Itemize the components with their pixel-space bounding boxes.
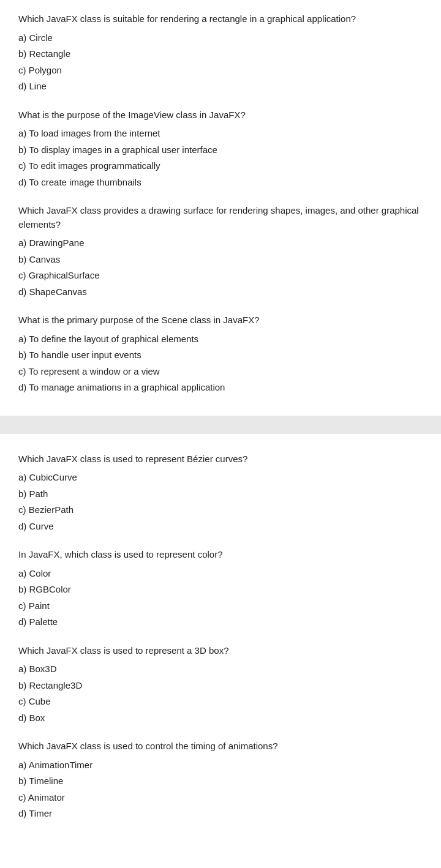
answer-5d: d) Curve [18, 520, 423, 534]
question-text-7: Which JavaFX class is used to represent … [18, 644, 423, 658]
question-text-1: Which JavaFX class is suitable for rende… [18, 12, 423, 26]
answer-2a: a) To load images from the internet [18, 127, 423, 141]
answer-3b: b) Canvas [18, 253, 423, 267]
answer-6d: d) Palette [18, 615, 423, 629]
answer-3c: c) GraphicalSurface [18, 269, 423, 283]
question-block-6: In JavaFX, which class is used to repres… [18, 548, 423, 629]
question-text-4: What is the primary purpose of the Scene… [18, 313, 423, 327]
answer-4a: a) To define the layout of graphical ele… [18, 332, 423, 346]
answer-6a: a) Color [18, 567, 423, 581]
answer-2d: d) To create image thumbnails [18, 176, 423, 190]
page-break [0, 416, 441, 434]
question-block-5: Which JavaFX class is used to represent … [18, 452, 423, 534]
question-text-2: What is the purpose of the ImageView cla… [18, 108, 423, 122]
answer-3a: a) DrawingPane [18, 236, 423, 250]
question-text-8: Which JavaFX class is used to control th… [18, 739, 423, 754]
answer-6b: b) RGBColor [18, 583, 423, 597]
answer-1b: b) Rectangle [18, 47, 423, 61]
answer-8b: b) Timeline [18, 774, 423, 788]
answer-5c: c) BezierPath [18, 503, 423, 517]
answer-8d: d) Timer [18, 807, 423, 821]
question-block-3: Which JavaFX class provides a drawing su… [18, 204, 423, 299]
answer-7b: b) Rectangle3D [18, 679, 423, 693]
answer-8a: a) AnimationTimer [18, 758, 423, 773]
answer-8c: c) Animator [18, 791, 423, 805]
question-block-2: What is the purpose of the ImageView cla… [18, 108, 423, 190]
answer-1c: c) Polygon [18, 64, 423, 78]
answer-3d: d) ShapeCanvas [18, 285, 423, 299]
answer-6c: c) Paint [18, 599, 423, 613]
answer-4b: b) To handle user input events [18, 348, 423, 362]
question-block-1: Which JavaFX class is suitable for rende… [18, 12, 423, 94]
answer-7c: c) Cube [18, 695, 423, 709]
page: Which JavaFX class is suitable for rende… [0, 0, 441, 868]
answer-4c: c) To represent a window or a view [18, 365, 423, 379]
answer-4d: d) To manage animations in a graphical a… [18, 381, 423, 395]
question-block-7: Which JavaFX class is used to represent … [18, 644, 423, 725]
answer-5a: a) CubicCurve [18, 471, 423, 485]
answer-2b: b) To display images in a graphical user… [18, 143, 423, 157]
answer-1d: d) Line [18, 80, 423, 94]
section-2: Which JavaFX class is used to represent … [0, 434, 441, 842]
section-1: Which JavaFX class is suitable for rende… [0, 0, 441, 416]
answer-7d: d) Box [18, 711, 423, 725]
question-block-4: What is the primary purpose of the Scene… [18, 313, 423, 395]
question-text-5: Which JavaFX class is used to represent … [18, 452, 423, 466]
answer-5b: b) Path [18, 487, 423, 501]
question-text-6: In JavaFX, which class is used to repres… [18, 548, 423, 562]
question-text-3: Which JavaFX class provides a drawing su… [18, 204, 423, 231]
answer-7a: a) Box3D [18, 662, 423, 676]
answer-1a: a) Circle [18, 31, 423, 45]
question-block-8: Which JavaFX class is used to control th… [18, 739, 423, 821]
answer-2c: c) To edit images programmatically [18, 159, 423, 173]
